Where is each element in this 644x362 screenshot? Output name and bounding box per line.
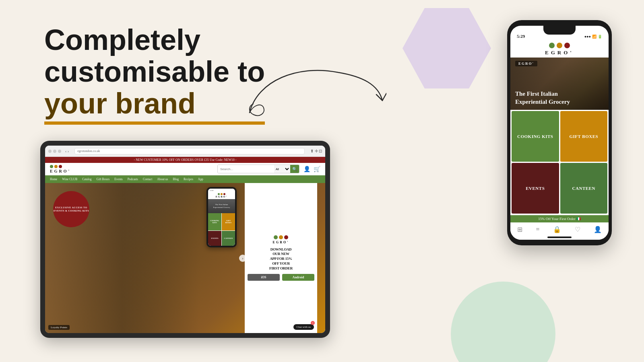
- loyalty-badge: Loyalty Points: [48, 325, 70, 330]
- nav-contact[interactable]: Contact: [143, 177, 152, 181]
- browser-nav-icons: ‹ ›: [65, 149, 69, 153]
- phone-home-indicator: [547, 237, 572, 238]
- phone-mini-screen: 5:59 EGRO' The First ItalianExperiential…: [208, 189, 235, 246]
- logo-dot-red: [59, 165, 62, 168]
- phone-logo-dots: [510, 43, 609, 48]
- phone-footer: 15% Off Your First Order 🇮🇹 ⊞ ≡ 🔒 ♡ 👤: [510, 215, 609, 240]
- user-cart-icons: 👤 🛒: [303, 166, 320, 173]
- store-announcement: - NEW CUSTOMER 10% OFF ON ORDERS OVER £3…: [45, 157, 325, 163]
- heading-area: Completely customisable to your brand: [44, 24, 265, 125]
- phone-grid-gift-boxes[interactable]: GIFT BOXES: [560, 111, 608, 162]
- chat-notification-badge: 1: [311, 321, 315, 325]
- egro-logo-dots: [50, 165, 62, 168]
- nav-catalog[interactable]: Catalog: [82, 177, 91, 181]
- phone-logo-area: EGRO': [510, 40, 609, 58]
- ios-button[interactable]: iOS: [248, 274, 280, 281]
- nav-events[interactable]: Events: [114, 177, 122, 181]
- nav-icon-user[interactable]: 👤: [594, 226, 602, 233]
- phone-mockup: 5:29 ●●● 📶 🔋 EGRO': [507, 20, 612, 245]
- main-navigation: Home Wine CLUB Catalog Gift Boxes Events…: [45, 175, 325, 183]
- phone-mini-grid: COOKINGKITS GIFTBOXES EVENTS CANTEEN: [208, 213, 235, 246]
- nav-wine-club[interactable]: Wine CLUB: [62, 177, 77, 181]
- nav-recipes[interactable]: Recipes: [184, 177, 193, 181]
- phone-category-grid: COOKING KITS GIFT BOXES EVENTS CANTEEN: [510, 110, 609, 215]
- badge-text: EXCLUSIVE ACCESS TO EVENTS & COOKING KIT…: [53, 206, 89, 213]
- nav-about[interactable]: About us: [157, 177, 168, 181]
- browser-controls: ‹ ›: [48, 149, 69, 153]
- nav-home[interactable]: Home: [50, 177, 57, 181]
- phone-hero-tagline: The First ItalianExperiential Grocery: [510, 90, 575, 110]
- phone-dot-red: [564, 43, 570, 48]
- dl-dot-green: [274, 235, 278, 239]
- arrow-decoration: [233, 48, 386, 121]
- heading-line3: your brand: [44, 88, 196, 119]
- browser-dot-2: [53, 150, 56, 153]
- logo-dot-yellow: [54, 165, 58, 168]
- phone-hero-banner: EGRO' The First ItalianExperiential Groc…: [510, 58, 609, 110]
- phone-brand-text: EGRO': [510, 49, 609, 56]
- dl-dot-red: [284, 235, 288, 239]
- browser-dot-3: [58, 150, 61, 153]
- phone-mini-banner: The First ItalianExperiential Grocery: [208, 199, 235, 213]
- browser-dot-1: [48, 150, 52, 153]
- nav-icon-lock[interactable]: 🔒: [553, 226, 561, 233]
- phone-dot-green: [549, 43, 555, 48]
- chat-button[interactable]: Chat with us: [293, 324, 314, 330]
- phone-bottom-navigation: ⊞ ≡ 🔒 ♡ 👤: [510, 222, 609, 235]
- decorative-purple-shape: [402, 8, 491, 88]
- browser-bar: ‹ › egrotondon.co.uk ⬆ ✛ ⊡: [45, 146, 325, 157]
- store-buttons: iOS Android: [248, 274, 314, 281]
- battery-icon: 🔋: [598, 35, 602, 39]
- download-logo: EGRO': [273, 235, 289, 244]
- tablet-mockup: ‹ › egrotondon.co.uk ⬆ ✛ ⊡ - NEW CUSTOME…: [40, 141, 330, 338]
- phone-dot-yellow: [557, 43, 562, 48]
- user-icon[interactable]: 👤: [303, 166, 310, 173]
- mini-cell-events: EVENTS: [208, 231, 221, 246]
- signal-icon: ●●●: [584, 35, 591, 39]
- phone-grid-events[interactable]: EVENTS: [512, 163, 559, 214]
- search-input[interactable]: [218, 165, 274, 173]
- search-button[interactable]: 🔍: [290, 165, 299, 173]
- mini-cell-cooking-kits: COOKINGKITS: [208, 213, 221, 230]
- nav-app[interactable]: App: [198, 177, 203, 181]
- phone-grid-cooking-kits[interactable]: COOKING KITS: [512, 111, 559, 162]
- browser-action-icons: ⬆ ✛ ⊡: [310, 149, 322, 153]
- decorative-green-circle: [451, 282, 555, 362]
- nav-blog[interactable]: Blog: [173, 177, 179, 181]
- nav-icon-list[interactable]: ≡: [536, 226, 539, 233]
- cart-icon[interactable]: 🛒: [314, 166, 320, 173]
- egro-brand-text: EGRO': [50, 169, 71, 173]
- download-section: EGRO' DOWNLOADOUR NEWAPP FOR 15%OFF YOUR…: [245, 183, 317, 333]
- exclusive-badge: EXCLUSIVE ACCESS TO EVENTS & COOKING KIT…: [53, 191, 89, 227]
- phone-mini-logo: EGRO': [208, 192, 235, 199]
- phone-in-tablet: 5:59 EGRO' The First ItalianExperiential…: [206, 187, 237, 247]
- browser-url-bar: egrotondon.co.uk: [74, 148, 305, 154]
- download-cta-text: DOWNLOADOUR NEWAPP FOR 15%OFF YOURFIRST …: [269, 247, 293, 271]
- android-button[interactable]: Android: [282, 274, 314, 281]
- dl-dot-yellow: [279, 235, 283, 239]
- nav-icon-heart[interactable]: ♡: [575, 226, 580, 233]
- phone-status-icons: ●●● 📶 🔋: [584, 35, 602, 39]
- hero-area: EXCLUSIVE ACCESS TO EVENTS & COOKING KIT…: [45, 183, 325, 333]
- search-category-select[interactable]: All: [274, 165, 290, 173]
- nav-podcasts[interactable]: Podcasts: [128, 177, 138, 181]
- phone-mini-banner-text: The First ItalianExperiential Grocery: [213, 204, 230, 209]
- tablet-screen: ‹ › egrotondon.co.uk ⬆ ✛ ⊡ - NEW CUSTOME…: [45, 146, 325, 333]
- carousel-next-arrow[interactable]: ›: [239, 255, 246, 262]
- download-brand-name: EGRO': [273, 241, 289, 244]
- phone-mini-status: 5:59: [208, 189, 235, 192]
- mini-cell-gift-boxes: GIFTBOXES: [222, 213, 235, 230]
- phone-time: 5:29: [517, 34, 525, 39]
- nav-gift-boxes[interactable]: Gift Boxes: [97, 177, 110, 181]
- search-bar[interactable]: All 🔍: [217, 165, 299, 173]
- wifi-icon: 📶: [592, 35, 597, 39]
- tablet-frame: ‹ › egrotondon.co.uk ⬆ ✛ ⊡ - NEW CUSTOME…: [40, 141, 330, 338]
- logo-dot-green: [50, 165, 53, 168]
- phone-offer-bar: 15% Off Your First Order 🇮🇹: [510, 215, 609, 222]
- heading-line2: customisable to: [44, 56, 265, 88]
- nav-icon-grid[interactable]: ⊞: [517, 226, 522, 233]
- phone-grid-canteen[interactable]: CANTEEN: [560, 163, 608, 214]
- heading-line1: Completely: [44, 24, 265, 56]
- heading-underline: [44, 121, 265, 125]
- phone-frame: 5:29 ●●● 📶 🔋 EGRO': [507, 20, 612, 245]
